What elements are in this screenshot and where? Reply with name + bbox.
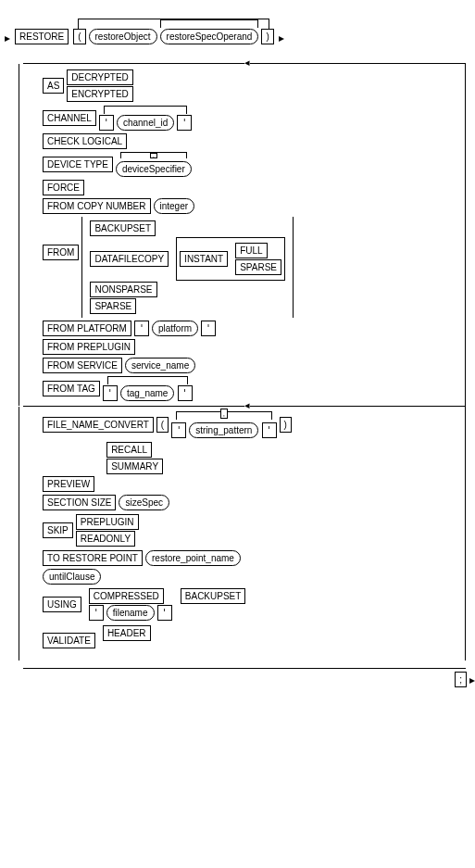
comma: , [220,409,228,419]
nt-deviceSpecifier: deviceSpecifier [116,161,192,177]
rparen2: ) [280,417,292,433]
kw-device-type: DEVICE TYPE [43,157,113,172]
nt-service-name: service_name [125,358,195,373]
kw-from-service: FROM SERVICE [43,358,122,373]
kw-backupset: BACKUPSET [90,220,156,236]
kw-from-preplugin: FROM PREPLUGIN [43,339,135,355]
kw-decrypted: DECRYPTED [67,69,133,85]
kw-channel: CHANNEL [43,110,96,126]
nt-filename: filename [106,605,155,621]
quote: ' [177,115,192,131]
kw-check-logical: CHECK LOGICAL [43,133,127,149]
kw-from: FROM [43,245,79,260]
nt-restoreObject: restoreObject [89,29,157,44]
kw-section-size: SECTION SIZE [43,495,116,510]
nt-untilClause: untilClause [43,569,101,585]
quote: ' [89,605,104,621]
start-arrow: ▸ [5,31,10,44]
kw-from-tag: FROM TAG [43,381,100,396]
comma: , [150,153,157,158]
kw-file-name-convert: FILE_NAME_CONVERT [43,417,154,433]
end-arrow: ▸ [279,31,284,44]
kw-compressed: COMPRESSED [89,588,164,604]
kw-using: USING [43,597,81,612]
final-arrow: ▸ [469,673,475,686]
kw-sparse: SPARSE [235,259,281,275]
nt-string-pattern: string_pattern [189,422,258,438]
quote: ' [262,422,277,438]
kw-force: FORCE [43,180,84,195]
kw-summary: SUMMARY [106,459,163,474]
nt-channel-id: channel_id [117,115,174,131]
kw-header: HEADER [103,625,151,641]
lparen2: ( [156,417,169,433]
options-block: AS DECRYPTED ENCRYPTED CHANNEL ' channel… [19,64,466,406]
lparen: ( [73,29,85,44]
quote: ' [178,385,193,401]
quote: ' [171,422,186,438]
kw-readonly: READONLY [76,531,135,547]
nt-tag-name: tag_name [120,385,174,401]
nt-restoreSpecOperand: restoreSpecOperand [160,29,259,44]
kw-encrypted: ENCRYPTED [67,86,133,102]
kw-instant: INSTANT [180,251,228,267]
kw-full: FULL [235,243,267,258]
nt-restore-point-name: restore_point_name [145,550,241,566]
kw-sparse2: SPARSE [90,298,136,314]
options-block-2: FILE_NAME_CONVERT ( , ' string_pattern '… [19,407,466,660]
top-rail: ▸ RESTORE ( restoreObject restoreSpecOpe… [5,5,475,44]
kw-to-restore-point: TO RESTORE POINT [43,550,143,566]
rparen: ) [261,29,273,44]
nt-integer: integer [154,198,195,214]
kw-from-copy-number: FROM COPY NUMBER [43,198,151,214]
kw-datafilecopy: DATAFILECOPY [90,251,169,267]
kw-recall: RECALL [106,442,152,458]
kw-from-platform: FROM PLATFORM [43,321,131,336]
kw-as: AS [43,78,64,94]
nt-sizeSpec: sizeSpec [119,495,169,510]
nt-platform: platform [152,321,198,336]
quote: ' [134,321,149,336]
kw-restore: RESTORE [15,29,69,44]
kw-preplugin: PREPLUGIN [76,514,139,530]
quote: ' [157,605,172,621]
kw-backupset2: BACKUPSET [181,588,246,604]
kw-skip: SKIP [43,522,73,538]
kw-nonsparse: NONSPARSE [90,282,156,297]
quote: ' [201,321,216,336]
kw-preview: PREVIEW [43,476,94,492]
quote: ' [99,115,114,131]
kw-validate: VALIDATE [43,633,95,648]
quote: ' [103,385,118,401]
semicolon: ; [455,672,467,687]
